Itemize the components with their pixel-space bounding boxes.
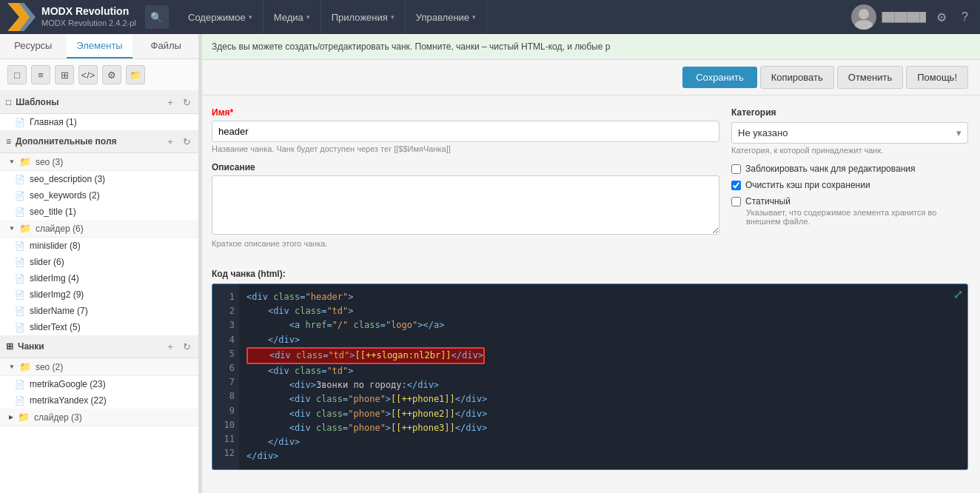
add-template-button[interactable]: + (164, 95, 177, 109)
item-label: sliderImg (4) (30, 273, 79, 284)
list-item[interactable]: 📄 seo_keywords (2) (0, 187, 199, 204)
checkbox-static[interactable]: Статичный (731, 196, 968, 207)
chevron-down-icon: ▼ (9, 225, 15, 232)
chevron-down-icon: ▾ (391, 13, 395, 21)
folder-slider3[interactable]: ▶ 📁 слайдер (3) (0, 409, 199, 426)
list-item[interactable]: 📄 sliderImg2 (9) (0, 286, 199, 303)
checkbox-cache[interactable]: Очистить кэш при сохранении (731, 180, 968, 190)
svg-point-2 (859, 9, 869, 19)
category-hint: Категория, к которой принадлежит чанк. (731, 146, 968, 155)
section-slider3-folder: ▶ 📁 слайдер (3) (0, 409, 199, 426)
section-seo2-folder: ▼ 📁 seo (2) 📄 metrikaGoogle (23) 📄 metri… (0, 358, 199, 409)
main-menu: Содержимое ▾ Медиа ▾ Приложения ▾ Управл… (178, 0, 851, 34)
top-navigation: MODX Revolution MODX Revolution 2.4.2-pl… (0, 0, 980, 34)
sidebar-resize-handle[interactable] (198, 34, 200, 493)
checkbox-lock-label: Заблокировать чанк для редактирования (745, 164, 916, 174)
checkbox-cache-input[interactable] (731, 181, 741, 190)
icon-tvs[interactable]: ≡ (31, 65, 50, 84)
checkbox-static-input[interactable] (731, 197, 741, 207)
help-button[interactable]: Помощь! (906, 66, 968, 89)
line-numbers: 123456789101112 (212, 284, 239, 469)
add-tv-button[interactable]: + (164, 135, 177, 148)
list-item[interactable]: 📄 metrikaGoogle (23) (0, 376, 199, 392)
description-textarea[interactable] (212, 175, 719, 235)
checkbox-lock-input[interactable] (731, 164, 741, 174)
code-editor[interactable]: ⤢ 123456789101112 <div class="header"> <… (212, 284, 968, 470)
svg-point-3 (855, 20, 873, 30)
list-item[interactable]: 📄 seo_description (3) (0, 171, 199, 187)
list-item[interactable]: 📄 sliderText (5) (0, 319, 199, 335)
section-header-templates[interactable]: □ Шаблоны + ↻ (0, 91, 199, 114)
settings-icon[interactable]: ⚙ (932, 10, 951, 24)
folder-label-slider3: слайдер (3) (34, 412, 82, 423)
icon-chunks[interactable]: ⊞ (55, 65, 74, 84)
section-label-tvs: Дополнительные поля (16, 136, 117, 147)
list-item[interactable]: 📄 metrikaYandex (22) (0, 392, 199, 409)
nav-right: ███████ ⚙ ? (851, 4, 973, 30)
refresh-templates-button[interactable]: ↻ (180, 95, 193, 109)
chunks-icon: ⊞ (6, 341, 13, 352)
name-input[interactable] (212, 121, 719, 142)
help-icon[interactable]: ? (957, 10, 973, 24)
tv-icon: ≡ (6, 136, 11, 147)
file-icon: 📄 (15, 258, 25, 267)
info-bar: Здесь вы можете создать/отредактировать … (200, 34, 980, 60)
list-item[interactable]: 📄 slider (6) (0, 254, 199, 270)
icon-categories[interactable]: 📁 (126, 65, 145, 84)
folder-label-seo2: seo (2) (36, 362, 63, 372)
nav-item-content[interactable]: Содержимое ▾ (178, 0, 264, 34)
icon-templates[interactable]: □ (7, 65, 27, 84)
file-icon: 📄 (15, 274, 25, 284)
list-item[interactable]: 📄 sliderImg (4) (0, 270, 199, 286)
search-button[interactable]: 🔍 (145, 5, 169, 29)
checkbox-lock-group: Заблокировать чанк для редактирования (731, 164, 968, 174)
form-right: Категория Не указано ▾ Категория, к кото… (731, 107, 968, 257)
name-field-group: Имя* Название чанка. Чанк будет доступен… (212, 107, 719, 153)
section-chunks: ⊞ Чанки + ↻ (0, 335, 199, 358)
section-header-tvs[interactable]: ≡ Дополнительные поля + ↻ (0, 130, 199, 153)
tab-files[interactable]: Файлы (132, 34, 199, 58)
nav-item-media[interactable]: Медиа ▾ (264, 0, 321, 34)
save-button[interactable]: Сохранить (682, 67, 757, 88)
refresh-tvs-button[interactable]: ↻ (180, 135, 193, 148)
folder-icon: 📁 (19, 361, 31, 372)
refresh-chunks-button[interactable]: ↻ (180, 340, 193, 353)
folder-icon: 📁 (19, 156, 31, 167)
nav-item-apps[interactable]: Приложения ▾ (321, 0, 406, 34)
section-header-chunks[interactable]: ⊞ Чанки + ↻ (0, 335, 199, 358)
folder-slider[interactable]: ▼ 📁 слайдер (6) (0, 220, 199, 238)
list-item[interactable]: 📄 sliderName (7) (0, 303, 199, 319)
list-item[interactable]: 📄 seo_title (1) (0, 204, 199, 220)
checkbox-static-label: Статичный (745, 196, 791, 207)
icon-plugins[interactable]: ⚙ (102, 65, 121, 84)
sidebar: Ресурсы Элементы Файлы □ ≡ ⊞ </> ⚙ 📁 □ Ш… (0, 34, 200, 493)
description-label: Описание (212, 162, 719, 172)
icon-snippets[interactable]: </> (78, 65, 98, 84)
chevron-down-icon: ▼ (9, 158, 15, 165)
checkbox-lock[interactable]: Заблокировать чанк для редактирования (731, 164, 968, 174)
name-hint: Название чанка. Чанк будет доступен чере… (212, 144, 719, 153)
copy-button[interactable]: Копировать (760, 66, 834, 89)
tab-elements[interactable]: Элементы (67, 34, 133, 58)
file-icon: 📄 (15, 396, 25, 406)
username-label: ███████ (882, 12, 927, 22)
toolbar: Сохранить Копировать Отменить Помощь! (200, 60, 980, 95)
list-item[interactable]: 📄 minislider (8) (0, 238, 199, 254)
name-label: Имя* (212, 107, 719, 118)
cancel-button[interactable]: Отменить (837, 66, 903, 89)
avatar (851, 4, 876, 30)
folder-seo[interactable]: ▼ 📁 seo (3) (0, 153, 199, 171)
item-label: Главная (1) (30, 117, 77, 127)
folder-seo2[interactable]: ▼ 📁 seo (2) (0, 358, 199, 376)
add-chunk-button[interactable]: + (164, 340, 177, 353)
code-label: Код чанка (html): (212, 269, 968, 279)
list-item[interactable]: 📄 Главная (1) (0, 114, 199, 130)
sidebar-icon-toolbar: □ ≡ ⊞ </> ⚙ 📁 (0, 59, 199, 91)
category-select[interactable]: Не указано ▾ (731, 122, 968, 144)
tab-resources[interactable]: Ресурсы (0, 34, 67, 58)
nav-item-manage[interactable]: Управление ▾ (406, 0, 487, 34)
checkbox-static-group: Статичный Указывает, что содержимое элем… (731, 196, 968, 226)
file-icon: 📄 (15, 290, 25, 300)
expand-icon[interactable]: ⤢ (953, 287, 963, 301)
section-templates: □ Шаблоны + ↻ 📄 Главная (1) (0, 91, 199, 130)
